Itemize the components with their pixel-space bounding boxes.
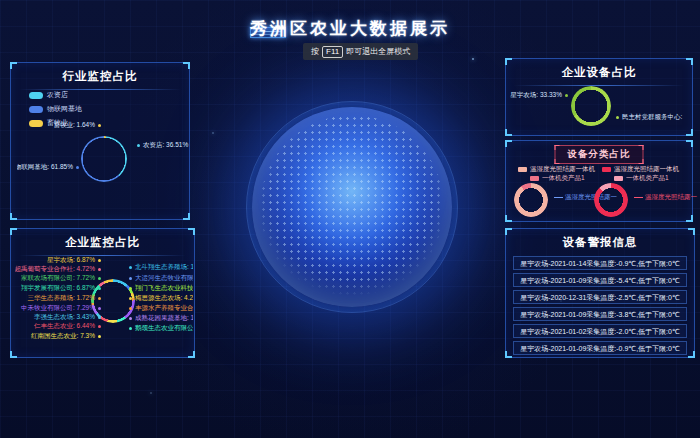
label-dot [137,144,140,147]
panel-device-alerts: 设备警报信息 星宇农场-2021-01-14采集温度:-0.9℃,低于下限:0℃… [505,228,695,358]
panel-corner [10,213,17,220]
legend-swatch [530,176,539,181]
toast-prefix: 按 [311,46,319,57]
legend-swatch [602,167,611,172]
panel-corner [688,228,695,235]
panel-corner [686,215,693,222]
enterprise-device-donut-chart[interactable] [571,86,611,126]
legend-label: 一体机类产品1 [626,174,669,183]
chart-label: 星宇农场: 33.33% [508,91,568,99]
title-divider [514,85,684,86]
chart-label: 大运河生态牧业有限责任公 [129,274,193,282]
industry-donut-chart[interactable] [81,136,127,182]
chart-label: 鹅颈生态农业有限公司: 6.87% [129,324,193,332]
legend-label: 温湿度光照结露一体机 [614,165,679,174]
legend-swatch [518,167,527,172]
legend-swatch [29,92,43,99]
title-corner [555,145,560,150]
panel-corner [505,351,512,358]
panel-corner [505,140,512,147]
legend-label: 温湿度光照结露一体机 [530,165,595,174]
panel-corner [183,62,190,69]
toast-suffix: 即可退出全屏模式 [346,46,410,57]
alert-row: 星宇农场-2021-01-02采集温度:-2.0℃,低于下限:0℃ [513,324,687,338]
panel-industry-monitor: 行业监控占比 农资店 物联网基地 畜牧业 畜牧业: 1.64% 农资店: 36.… [10,62,190,220]
legend-item[interactable]: 温湿度光照结露一体机 [518,165,595,174]
legend-item[interactable]: 物联网基地 [29,104,82,114]
panel-corner [183,213,190,220]
chart-label: 民主村党群服务中心: [616,113,692,121]
chart-label: 丰源水产养殖专业合作社: 1. [129,304,193,312]
f11-key: F11 [322,46,343,58]
chart-label: 畜牧业: 1.64% [25,121,101,129]
chart-label: 物联网基地: 61.85% [17,163,79,171]
legend-label: 农资店 [47,90,68,100]
panel-corner [505,215,512,222]
legend-item[interactable]: 温湿度光照结露一体机 [602,165,679,174]
panel-corner [505,228,512,235]
alert-list: 星宇农场-2021-01-14采集温度:-0.9℃,低于下限:0℃ 星宇农场-2… [513,256,687,358]
panel-title: 设备警报信息 [506,235,694,250]
chart-label: 成熟花园果蔬基地: 15.02% [129,314,193,322]
panel-corner [505,129,512,136]
panel-title: 行业监控占比 [11,69,189,84]
legend-swatch [614,176,623,181]
legend-label: 物联网基地 [47,104,82,114]
page-title: 秀洲区农业大数据展示 [0,17,700,40]
panel-corner [505,58,512,65]
legend-swatch [29,106,43,113]
alert-row: 星宇农场-2021-01-09采集温度:-0.9℃,低于下限:0℃ [513,341,687,355]
panel-corner [10,62,17,69]
legend-item[interactable]: 农资店 [29,90,82,100]
chart-label: 李强生态农场: 3.43% [15,313,101,321]
chart-label: 农资店: 36.51% [137,141,191,149]
chart-label: 翔宇发展有限公司: 6.87% [15,284,101,292]
fullscreen-toast: 按 F11 即可退出全屏模式 [303,43,418,60]
panel-corner [688,351,695,358]
chart-label: 北斗翔生态养殖场: 11.36% [129,263,193,271]
alert-row: 星宇农场-2021-01-09采集温度:-5.4℃,低于下限:0℃ [513,273,687,287]
chart-label: 星宇农场: 6.87% [15,256,101,264]
chart-label: 家联农场有限公司: 7.72% [15,274,101,282]
panel-corner [188,351,195,358]
label-dot [98,124,101,127]
device-class-right-donut-chart[interactable] [594,183,628,217]
chart-label: 三华生态养殖场: 1.72% [15,294,101,302]
panel-enterprise-monitor: 企业监控占比 星宇农场: 6.87% 超禹葡萄专业合作社: 4.72% 家联农场… [10,228,195,358]
chart-label: 中禾牧业有限公司: 7.29% [15,304,101,312]
title-corner [639,145,644,150]
star-dot [212,132,214,134]
panel-title: 企业设备占比 [506,65,692,80]
panel-corner [10,351,17,358]
panel-corner [686,129,693,136]
panel-enterprise-device: 企业设备占比 星宇农场: 33.33% 民主村党群服务中心: [505,58,693,136]
panel-corner [10,228,17,235]
alert-row: 星宇农场-2021-01-14采集温度:-0.9℃,低于下限:0℃ [513,256,687,270]
legend-item[interactable]: 一体机类产品1 [614,174,669,183]
panel-device-classification: 设备分类占比 温湿度光照结露一体机 一体机类产品1 温湿度光照结露一体机 一体机… [505,140,693,222]
legend-label: 一体机类产品1 [542,174,585,183]
globe-dot-map [260,115,444,299]
star-dot [472,58,474,60]
alert-row: 星宇农场-2020-12-31采集温度:-2.5℃,低于下限:0℃ [513,290,687,304]
legend-item[interactable]: 一体机类产品1 [530,174,585,183]
panel-corner [188,228,195,235]
chart-label: 翔门飞生态农业科技有限公 [129,284,193,292]
globe [252,107,452,307]
device-class-left-donut-chart[interactable] [514,183,548,217]
panel-corner [686,140,693,147]
chart-label: 温湿度光照结露一 [634,193,697,202]
title-corner [555,159,560,164]
title-corner [639,159,644,164]
alert-row: 星宇农场-2021-01-09采集温度:-3.8℃,低于下限:0℃ [513,307,687,321]
label-dot [76,166,79,169]
panel-title: 企业监控占比 [11,235,194,250]
chart-label: 仁丰生态农业: 6.44% [15,322,101,330]
panel-corner [686,58,693,65]
star-dot [150,392,152,394]
chart-label: 超禹葡萄专业合作社: 4.72% [15,265,101,273]
chart-label: 红南国生态农业: 7.3% [15,332,101,340]
chart-label: 梅思源生态农场: 4.29 [129,294,193,302]
device-classification-title: 设备分类占比 [555,145,644,164]
